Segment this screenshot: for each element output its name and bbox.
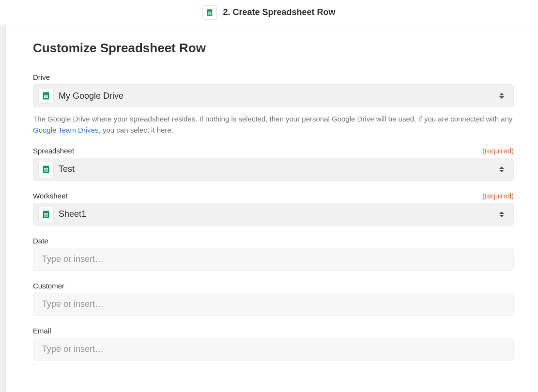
date-label: Date: [33, 237, 48, 245]
worksheet-value: Sheet1: [59, 209, 86, 219]
spreadsheet-value: Test: [59, 164, 75, 174]
field-email: Email: [33, 327, 514, 361]
worksheet-select[interactable]: Sheet1: [33, 203, 514, 226]
sheets-icon: [38, 207, 54, 222]
drive-help-text: The Google Drive where your spreadsheet …: [33, 113, 514, 136]
drive-select[interactable]: My Google Drive: [33, 84, 514, 107]
spreadsheet-label: Spreadsheet: [33, 147, 74, 155]
worksheet-required: (required): [482, 192, 514, 200]
sheets-icon: [38, 88, 54, 104]
step-title: 2. Create Spreadsheet Row: [223, 7, 335, 17]
left-gutter: [0, 25, 6, 392]
field-spreadsheet: Spreadsheet (required) Test: [33, 147, 514, 181]
field-customer: Customer: [33, 282, 514, 316]
chevron-updown-icon: [499, 210, 505, 219]
sheets-app-badge: [202, 5, 217, 20]
field-date: Date: [33, 237, 514, 271]
panel-title: Customize Spreadsheet Row: [33, 41, 514, 56]
field-drive: Drive My Google Drive: [33, 73, 514, 136]
email-input[interactable]: [33, 338, 514, 361]
step-header: 2. Create Spreadsheet Row: [0, 0, 538, 25]
field-worksheet: Worksheet (required) Sheet1: [33, 192, 514, 226]
date-input[interactable]: [33, 248, 514, 271]
chevron-updown-icon: [499, 91, 505, 100]
sheets-icon: [206, 9, 214, 16]
customer-input[interactable]: [33, 293, 514, 316]
drive-label: Drive: [33, 73, 50, 81]
customer-label: Customer: [33, 282, 64, 290]
drive-help-suffix: , you can select it here.: [99, 126, 173, 134]
team-drives-link[interactable]: Google Team Drives: [33, 126, 99, 134]
email-label: Email: [33, 327, 51, 335]
sheets-icon: [38, 162, 54, 177]
worksheet-label: Worksheet: [33, 192, 67, 200]
drive-value: My Google Drive: [59, 91, 123, 101]
drive-help-prefix: The Google Drive where your spreadsheet …: [33, 115, 513, 123]
spreadsheet-required: (required): [482, 147, 514, 155]
chevron-updown-icon: [499, 165, 505, 174]
spreadsheet-select[interactable]: Test: [33, 158, 514, 181]
customize-panel: Customize Spreadsheet Row Drive My Googl…: [6, 25, 538, 392]
